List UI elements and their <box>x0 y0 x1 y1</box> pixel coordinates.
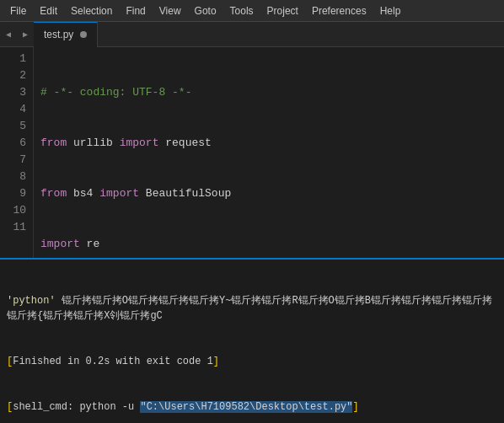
menu-selection[interactable]: Selection <box>64 3 119 19</box>
menu-bar: File Edit Selection Find View Goto Tools… <box>0 0 504 22</box>
editor-area[interactable]: 1 2 3 4 5 6 7 8 9 10 11 # -*- coding: UT… <box>0 47 504 258</box>
code-area[interactable]: # -*- coding: UTF-8 -*- from urllib impo… <box>34 47 504 258</box>
menu-preferences[interactable]: Preferences <box>305 3 373 19</box>
terminal-line-1: 'python' 锟斤拷锟斤拷O锟斤拷锟斤拷锟斤拷Y~锟斤拷锟斤拷R锟斤拷O锟斤… <box>7 293 497 324</box>
tab-modified-dot <box>80 31 87 38</box>
line-num: 5 <box>0 118 26 135</box>
line-num: 4 <box>0 101 26 118</box>
menu-help[interactable]: Help <box>373 3 408 19</box>
line-num: 6 <box>0 135 26 152</box>
line-num: 8 <box>0 169 26 185</box>
code-line-1: # -*- coding: UTF-8 -*- <box>40 84 497 101</box>
tab-nav-prev[interactable]: ◀ <box>0 22 17 47</box>
line-num: 11 <box>0 219 26 236</box>
terminal-line-3: [shell_cmd: python -u "C:\Users\H7109582… <box>7 399 497 415</box>
terminal-area[interactable]: 'python' 锟斤拷锟斤拷O锟斤拷锟斤拷锟斤拷Y~锟斤拷锟斤拷R锟斤拷O锟斤… <box>0 258 504 423</box>
line-numbers: 1 2 3 4 5 6 7 8 9 10 11 <box>0 47 34 258</box>
terminal-line-2: [Finished in 0.2s with exit code 1] <box>7 354 497 369</box>
tab-label: test.py <box>44 29 73 40</box>
tab-nav-next[interactable]: ▶ <box>17 22 34 47</box>
line-num: 1 <box>0 51 26 67</box>
line-num: 7 <box>0 152 26 169</box>
tab-bar: ◀ ▶ test.py <box>0 22 504 47</box>
menu-project[interactable]: Project <box>260 3 305 19</box>
menu-view[interactable]: View <box>153 3 188 19</box>
line-num: 3 <box>0 84 26 101</box>
menu-goto[interactable]: Goto <box>188 3 223 19</box>
line-num: 9 <box>0 185 26 202</box>
code-line-4: import re <box>40 236 497 253</box>
menu-find[interactable]: Find <box>119 3 152 19</box>
code-line-2: from urllib import request <box>40 135 497 152</box>
menu-edit[interactable]: Edit <box>33 3 64 19</box>
code-line-3: from bs4 import BeautifulSoup <box>40 185 497 202</box>
menu-tools[interactable]: Tools <box>223 3 260 19</box>
menu-file[interactable]: File <box>3 3 33 19</box>
tab-test-py[interactable]: test.py <box>34 22 98 47</box>
line-num: 2 <box>0 67 26 84</box>
line-num: 10 <box>0 202 26 219</box>
